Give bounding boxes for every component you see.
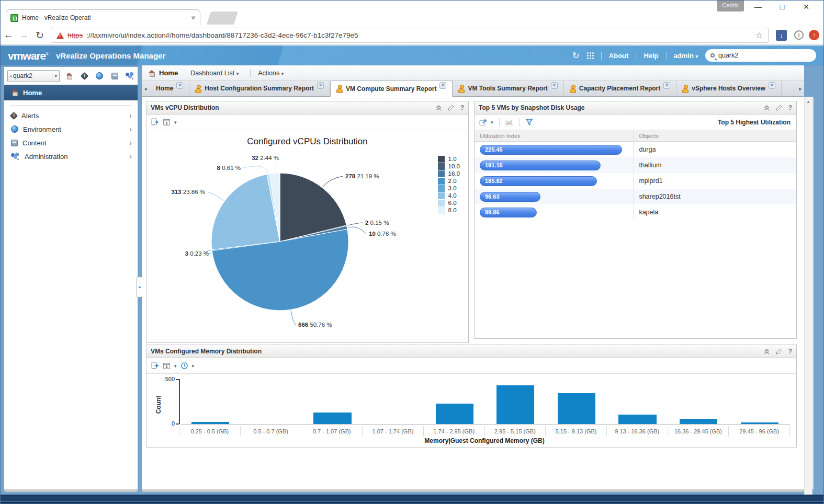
edit-pencil-icon[interactable] bbox=[776, 105, 782, 111]
content-scrollbar[interactable]: ▲ bbox=[804, 97, 812, 503]
clock-icon[interactable] bbox=[180, 362, 188, 370]
sidebar-item-environment[interactable]: Environment› bbox=[4, 122, 138, 136]
object-name: sharep2016tst bbox=[634, 193, 796, 200]
table-row-sharep2016tst[interactable]: 96.63sharep2016tst bbox=[475, 189, 796, 204]
legend-label: 6.0 bbox=[448, 200, 457, 206]
upload-extension-icon[interactable]: ↑ bbox=[809, 30, 819, 40]
product-title: vRealize Operations Manager bbox=[56, 51, 165, 60]
collapse-icon[interactable] bbox=[764, 105, 770, 111]
histogram-bar-9.13-16.36-[interactable] bbox=[618, 415, 656, 424]
tab-close-icon[interactable]: × bbox=[769, 82, 775, 89]
object-selector[interactable]: ◂ quark2 ▾ bbox=[7, 70, 60, 82]
user-menu[interactable]: admin ▾ bbox=[674, 52, 698, 60]
url-text: ://laxmivro/ui/index.action#/home/dashbo… bbox=[86, 31, 358, 39]
content-icon bbox=[111, 73, 118, 79]
column-header-utilization[interactable]: Utilization Index bbox=[475, 133, 526, 139]
sidebar-item-content[interactable]: Content› bbox=[4, 136, 138, 150]
table-row-mplprd1[interactable]: 185.82mplprd1 bbox=[475, 173, 796, 189]
export-icon[interactable] bbox=[151, 362, 159, 370]
calendar-icon[interactable]: 1 bbox=[163, 362, 171, 370]
table-row-kapela[interactable]: 89.86kapela bbox=[475, 204, 796, 220]
tab-close-icon[interactable]: × bbox=[663, 82, 670, 89]
calendar-icon[interactable]: 1 bbox=[163, 118, 171, 126]
dashboard-tab-host-configuration-summary-report[interactable]: Host Configuration Summary Report× bbox=[189, 81, 330, 96]
dashboard-tab-home[interactable]: Home× bbox=[150, 81, 189, 96]
open-in-view-icon[interactable] bbox=[479, 118, 487, 126]
sidebar-item-alerts[interactable]: Alerts› bbox=[4, 109, 138, 122]
help-link[interactable]: Help bbox=[644, 52, 658, 60]
app-grid-icon[interactable] bbox=[587, 52, 594, 59]
tab-close-icon[interactable]: × bbox=[176, 82, 183, 89]
dashboard-tab-vsphere-hosts-overview[interactable]: vSphere Hosts Overview× bbox=[676, 81, 782, 96]
sidebar-item-label: Administration bbox=[25, 153, 67, 161]
nav-home[interactable]: Home bbox=[148, 69, 178, 77]
back-icon[interactable]: ← bbox=[1, 29, 16, 41]
help-icon[interactable]: ? bbox=[460, 104, 464, 111]
tab-close-icon[interactable]: × bbox=[439, 82, 446, 89]
browser-tab[interactable]: Home - vRealize Operati ✕ bbox=[6, 9, 200, 26]
chart-view-icon[interactable] bbox=[505, 119, 513, 125]
refresh-icon[interactable]: ↻ bbox=[572, 50, 580, 61]
table-row-durga[interactable]: 225.45durga bbox=[475, 142, 796, 157]
scroll-up-icon[interactable]: ▲ bbox=[805, 97, 812, 104]
dashboard-tab-capacity-placement-report[interactable]: Capacity Placement Report× bbox=[564, 81, 676, 96]
tabs-scroll-right-icon[interactable]: ▸ bbox=[797, 86, 804, 96]
collapse-icon[interactable] bbox=[436, 105, 442, 111]
info-extension-icon[interactable]: i bbox=[794, 30, 804, 40]
help-icon[interactable]: ? bbox=[788, 104, 792, 111]
global-search[interactable] bbox=[705, 49, 816, 62]
address-bar[interactable]: https ://laxmivro/ui/index.action#/home/… bbox=[51, 28, 769, 43]
maximize-button[interactable]: □ bbox=[770, 3, 794, 11]
collapse-icon[interactable] bbox=[764, 349, 770, 354]
column-header-objects[interactable]: Objects bbox=[634, 133, 663, 139]
dashboard-tab-vm-tools-summary-report[interactable]: VM Tools Summary Report× bbox=[453, 81, 563, 96]
histogram-bar-16.36-29.45-[interactable] bbox=[680, 419, 717, 424]
tab-close-icon[interactable]: ✕ bbox=[191, 15, 196, 21]
reload-icon[interactable]: ↻ bbox=[32, 29, 48, 41]
histogram-bar-1.74-2.95-[interactable] bbox=[436, 404, 473, 424]
histogram-bar-0.7-1.07-[interactable] bbox=[313, 413, 351, 424]
chevron-down-icon[interactable]: ▾ bbox=[491, 120, 493, 125]
sidebar-item-administration[interactable]: Administration› bbox=[4, 150, 138, 163]
export-icon[interactable] bbox=[151, 118, 159, 126]
tab-close-icon[interactable]: × bbox=[317, 82, 324, 89]
tab-close-icon[interactable]: × bbox=[551, 82, 558, 89]
actions-menu[interactable]: Actions ▾ bbox=[258, 70, 284, 77]
dashboard-list-menu[interactable]: Dashboard List ▾ bbox=[190, 70, 239, 77]
chevron-down-icon[interactable]: ▾ bbox=[174, 120, 177, 125]
histogram-bar-2.95-5.15-[interactable] bbox=[496, 385, 534, 424]
ssl-warning-icon[interactable] bbox=[57, 32, 64, 39]
table-row-thallium[interactable]: 191.15thallium bbox=[475, 157, 796, 173]
report-person-icon bbox=[336, 85, 343, 93]
sidebar-item-home[interactable]: Home bbox=[4, 85, 138, 100]
minimize-button[interactable]: — bbox=[746, 3, 770, 11]
quick-environment-icon[interactable] bbox=[95, 72, 104, 80]
chevron-down-icon[interactable]: ▾ bbox=[52, 71, 59, 82]
edit-pencil-icon[interactable] bbox=[448, 105, 454, 111]
edit-pencil-icon[interactable] bbox=[776, 348, 782, 354]
histogram-bar-5.15-9.13-[interactable] bbox=[558, 393, 595, 424]
utilization-bar: 225.45 bbox=[480, 145, 622, 155]
search-input[interactable] bbox=[718, 52, 802, 59]
pie-slice-label: 313 23.86 % bbox=[171, 189, 205, 195]
quick-alerts-icon[interactable] bbox=[80, 72, 89, 80]
close-button[interactable]: ✕ bbox=[794, 3, 818, 11]
download-extension-icon[interactable]: ↓ bbox=[776, 30, 787, 41]
filter-icon[interactable] bbox=[525, 118, 533, 126]
chevron-down-icon[interactable]: ▾ bbox=[192, 363, 195, 369]
new-tab-button[interactable] bbox=[207, 12, 238, 25]
quick-administration-icon[interactable] bbox=[125, 72, 134, 80]
profile-badge[interactable]: Cedric bbox=[717, 1, 744, 12]
chevron-down-icon[interactable]: ▾ bbox=[174, 363, 177, 369]
about-link[interactable]: About bbox=[609, 52, 629, 60]
pie-slice-label: 8 0.61 % bbox=[217, 165, 241, 171]
help-icon[interactable]: ? bbox=[788, 348, 792, 355]
tabs-scroll-left-icon[interactable]: ◂ bbox=[142, 86, 149, 96]
quick-home-icon[interactable] bbox=[64, 72, 74, 80]
bookmark-star-icon[interactable]: ☆ bbox=[755, 30, 763, 40]
panel-vcpu-distribution: VMs vCPU Distribution ? 1 ▾ Configured v… bbox=[146, 101, 469, 343]
quick-content-icon[interactable] bbox=[110, 72, 119, 80]
histogram-slot bbox=[241, 379, 302, 424]
pie-leader-line bbox=[291, 310, 296, 325]
dashboard-tab-vm-compute-summary-report[interactable]: VM Compute Summary Report× bbox=[330, 81, 453, 97]
